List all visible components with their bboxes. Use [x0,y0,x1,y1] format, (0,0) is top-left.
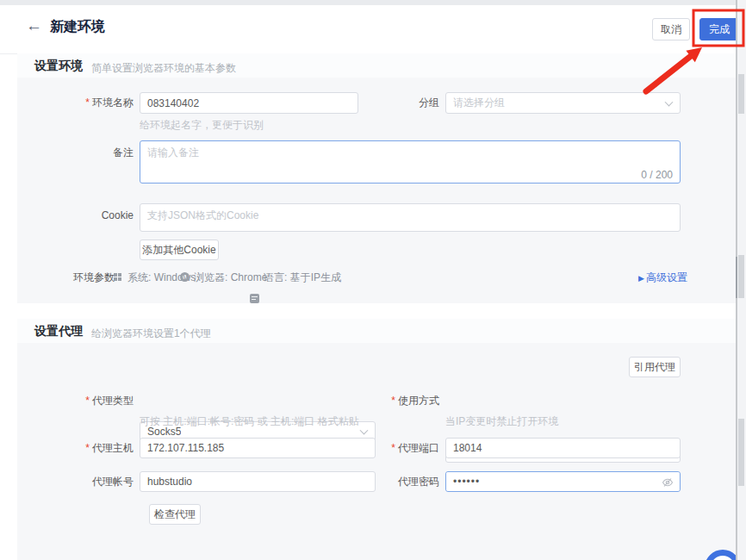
required-marker: * [85,442,90,454]
chrome-icon [180,272,190,282]
usage-mode-hint: 当IP变更时禁止打开环境 [445,414,558,429]
proxy-password-field-wrap [445,471,681,492]
clipped-window-edge [737,0,746,560]
chevron-down-icon [665,97,674,106]
proxy-password-input[interactable] [446,472,680,491]
advanced-settings-link[interactable]: ▶高级设置 [638,271,687,285]
proxy-port-input[interactable] [445,438,681,458]
scrollbar-thumb[interactable] [736,257,737,298]
env-name-input[interactable] [140,92,358,114]
add-cookie-button[interactable]: 添加其他Cookie [140,240,219,260]
cancel-button[interactable]: 取消 [652,18,690,40]
required-marker: * [391,442,395,454]
group-label: 分组 [362,92,439,114]
required-marker: * [85,96,90,109]
env-name-label-text: 环境名称 [92,96,134,109]
env-section-header: 设置环境 简单设置浏览器环境的基本参数 [17,53,737,78]
proxy-account-label: 代理帐号 [34,471,134,493]
reference-proxy-button[interactable]: 引用代理 [629,357,681,377]
proxy-type-hint: 可按 主机:端口:帐号:密码 或 主机:端口 格式粘贴 [140,414,359,429]
proxy-type-label: *代理类型 [34,390,134,412]
advanced-arrow-icon: ▶ [638,274,644,283]
usage-mode-label: *使用方式 [340,390,439,412]
page-title: 新建环境 [50,18,105,36]
proxy-port-label-text: 代理端口 [398,442,439,454]
env-section-subtitle: 简单设置浏览器环境的基本参数 [91,61,236,76]
proxy-section-header: 设置代理 给浏览器环境设置1个代理 [17,319,737,343]
proxy-host-label: *代理主机 [34,438,134,459]
env-name-field-wrap [140,92,358,114]
proxy-host-label-text: 代理主机 [92,442,134,454]
cookie-field-wrap [140,203,681,232]
remark-char-counter: 0 / 200 [641,169,673,181]
cookie-label: Cookie [34,205,134,227]
windows-icon [114,273,122,282]
clipped-edge-fragment [738,74,744,114]
proxy-section-subtitle: 给浏览器环境设置1个代理 [91,327,211,341]
eye-off-icon[interactable] [662,476,674,488]
window-top-strip [0,0,746,5]
chevron-down-icon [360,426,369,435]
proxy-port-field-wrap [445,438,681,458]
env-name-label: *环境名称 [34,92,134,114]
confirm-button[interactable]: 完成 [699,18,739,40]
new-environment-page: ← 新建环境 取消 完成 设置环境 简单设置浏览器环境的基本参数 *环境名称 给… [0,0,746,560]
clipped-edge-fragment [738,255,744,298]
proxy-password-label: 代理密码 [340,471,439,493]
required-marker: * [85,395,90,407]
language-param-text: 语言: 基于IP生成 [264,271,341,284]
proxy-port-label: *代理端口 [340,438,439,459]
proxy-type-label-text: 代理类型 [92,395,134,407]
env-section-title: 设置环境 [34,59,83,74]
language-icon [250,294,259,303]
check-proxy-button[interactable]: 检查代理 [149,504,201,525]
remark-label: 备注 [34,142,134,164]
env-params-label: 环境参数 [73,271,115,284]
usage-mode-label-text: 使用方式 [398,395,439,407]
remark-field-wrap: 0 / 200 [140,140,681,184]
browser-param-text: 浏览器: Chrome [194,271,267,284]
cookie-textarea[interactable] [140,204,680,231]
required-marker: * [391,395,395,407]
group-select-placeholder: 请选择分组 [453,96,505,110]
advanced-settings-text: 高级设置 [646,271,687,283]
back-arrow-icon[interactable]: ← [26,16,42,35]
proxy-section-title: 设置代理 [34,324,83,339]
remark-textarea[interactable] [140,141,680,183]
clipped-edge-fragment [738,419,744,486]
group-select[interactable]: 请选择分组 [445,92,681,114]
env-name-hint: 给环境起名字，更便于识别 [140,118,264,133]
